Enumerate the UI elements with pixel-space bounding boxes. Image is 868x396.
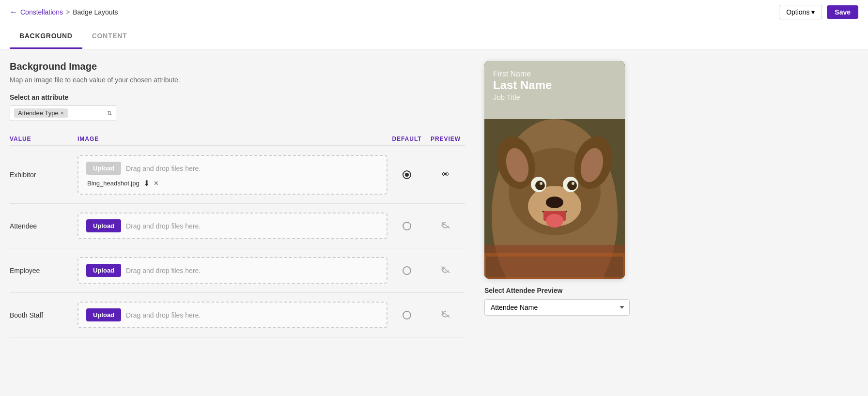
badge-job-title: Job Title xyxy=(493,93,552,101)
upload-drag-text-booth-staff: Drag and drop files here. xyxy=(126,311,201,319)
preview-eye-slash-employee[interactable] xyxy=(441,266,450,275)
select-preview-section: Select Attendee Preview Attendee Name Jo… xyxy=(484,279,630,316)
th-default: DEFAULT xyxy=(388,136,426,142)
select-arrows-icon: ⇅ xyxy=(107,110,112,117)
preview-cell-exhibitor: 👁 xyxy=(426,170,465,179)
section-subtitle: Map an image file to each value of your … xyxy=(10,76,465,84)
default-radio-exhibitor[interactable] xyxy=(403,170,411,179)
tab-content[interactable]: CONTENT xyxy=(82,24,137,49)
preview-cell-booth-staff xyxy=(426,311,465,320)
preview-eye-slash-attendee[interactable] xyxy=(441,222,450,230)
default-cell-booth-staff xyxy=(388,311,426,320)
svg-point-15 xyxy=(546,197,563,208)
table-row: Booth Staff Upload Drag and drop files h… xyxy=(10,293,465,337)
upload-drag-text-attendee: Drag and drop files here. xyxy=(126,222,201,230)
upload-zone-employee: Upload Drag and drop files here. xyxy=(78,257,388,284)
row-label-attendee: Attendee xyxy=(10,222,78,230)
upload-drag-text-employee: Drag and drop files here. xyxy=(126,267,201,274)
svg-point-14 xyxy=(572,182,574,185)
default-radio-booth-staff[interactable] xyxy=(403,311,411,320)
table-row: Attendee Upload Drag and drop files here… xyxy=(10,204,465,248)
upload-zone-top: Upload Drag and drop files here. xyxy=(86,162,379,175)
breadcrumb: ← Constellations > Badge Layouts xyxy=(10,8,118,16)
default-cell-employee xyxy=(388,266,426,275)
table-header: VALUE IMAGE DEFAULT PREVIEW xyxy=(10,133,465,146)
upload-button-attendee[interactable]: Upload xyxy=(86,219,121,232)
upload-zone-booth-staff: Upload Drag and drop files here. xyxy=(78,302,388,328)
breadcrumb-parent[interactable]: Constellations xyxy=(20,8,63,16)
back-arrow[interactable]: ← xyxy=(10,8,17,16)
preview-eye-exhibitor[interactable]: 👁 xyxy=(442,170,450,179)
default-radio-attendee[interactable] xyxy=(403,222,411,230)
main-content: Background Image Map an image file to ea… xyxy=(0,49,868,396)
th-image: IMAGE xyxy=(78,136,388,142)
row-label-employee: Employee xyxy=(10,267,78,274)
top-bar: ← Constellations > Badge Layouts Options… xyxy=(0,0,868,24)
table-row: Employee Upload Drag and drop files here… xyxy=(10,248,465,293)
row-label-booth-staff: Booth Staff xyxy=(10,311,78,319)
options-button[interactable]: Options ▾ xyxy=(779,5,822,19)
badge-preview-card: First Name Last Name Job Title xyxy=(484,61,625,279)
breadcrumb-separator: > xyxy=(66,8,70,16)
upload-cell-attendee: Upload Drag and drop files here. xyxy=(78,213,388,239)
upload-button-booth-staff[interactable]: Upload xyxy=(86,308,121,321)
badge-image-area: First Name Last Name Job Title xyxy=(484,61,625,279)
default-cell-attendee xyxy=(388,222,426,230)
select-preview-label: Select Attendee Preview xyxy=(484,287,630,294)
upload-drag-text-exhibitor: Drag and drop files here. xyxy=(126,165,201,172)
attribute-select-inner: Attendee Type × xyxy=(14,106,107,121)
attribute-tag-value: Attendee Type xyxy=(18,109,59,117)
svg-point-17 xyxy=(546,214,563,228)
preview-eye-slash-booth-staff[interactable] xyxy=(441,311,450,320)
attribute-tag-remove[interactable]: × xyxy=(61,109,64,117)
section-title: Background Image xyxy=(10,61,465,72)
preview-cell-employee xyxy=(426,266,465,275)
badge-text-overlay: First Name Last Name Job Title xyxy=(493,70,552,101)
attendee-preview-select[interactable]: Attendee Name John Smith Jane Doe xyxy=(484,299,630,316)
file-info-exhibitor: Bing_headshot.jpg ⬇ ✕ xyxy=(86,179,160,188)
upload-cell-employee: Upload Drag and drop files here. xyxy=(78,257,388,284)
tab-background[interactable]: BACKGROUND xyxy=(10,24,82,49)
upload-button-exhibitor[interactable]: Upload xyxy=(86,162,121,175)
th-value: VALUE xyxy=(10,136,78,142)
svg-point-13 xyxy=(540,182,542,185)
table-row: Exhibitor Upload Drag and drop files her… xyxy=(10,146,465,204)
file-name-exhibitor: Bing_headshot.jpg xyxy=(87,180,140,187)
th-preview: PREVIEW xyxy=(426,136,465,142)
left-panel: Background Image Map an image file to ea… xyxy=(10,61,465,385)
upload-cell-booth-staff: Upload Drag and drop files here. xyxy=(78,302,388,328)
file-remove-exhibitor[interactable]: ✕ xyxy=(154,180,159,187)
default-cell-exhibitor xyxy=(388,170,426,179)
attribute-select-wrapper[interactable]: Attendee Type × ⇅ xyxy=(10,105,116,121)
upload-button-employee[interactable]: Upload xyxy=(86,264,121,277)
upload-cell-exhibitor: Upload Drag and drop files here. Bing_he… xyxy=(78,155,388,195)
breadcrumb-current: Badge Layouts xyxy=(73,8,118,16)
badge-last-name: Last Name xyxy=(493,78,552,92)
svg-point-11 xyxy=(535,181,545,190)
save-button[interactable]: Save xyxy=(827,5,858,19)
attribute-tag: Attendee Type × xyxy=(14,108,68,118)
download-icon-exhibitor[interactable]: ⬇ xyxy=(143,179,150,188)
tab-bar: BACKGROUND CONTENT xyxy=(0,24,868,49)
svg-point-12 xyxy=(567,181,577,190)
attribute-label: Select an attribute xyxy=(10,93,465,101)
upload-zone-exhibitor: Upload Drag and drop files here. Bing_he… xyxy=(78,155,388,195)
right-panel: First Name Last Name Job Title Select At… xyxy=(484,61,630,385)
preview-cell-attendee xyxy=(426,222,465,230)
badge-first-name: First Name xyxy=(493,70,552,78)
svg-rect-18 xyxy=(484,245,625,279)
radio-dot xyxy=(405,173,409,177)
default-radio-employee[interactable] xyxy=(403,266,411,275)
top-bar-actions: Options ▾ Save xyxy=(779,5,858,19)
upload-zone-attendee: Upload Drag and drop files here. xyxy=(78,213,388,239)
row-label-exhibitor: Exhibitor xyxy=(10,171,78,179)
